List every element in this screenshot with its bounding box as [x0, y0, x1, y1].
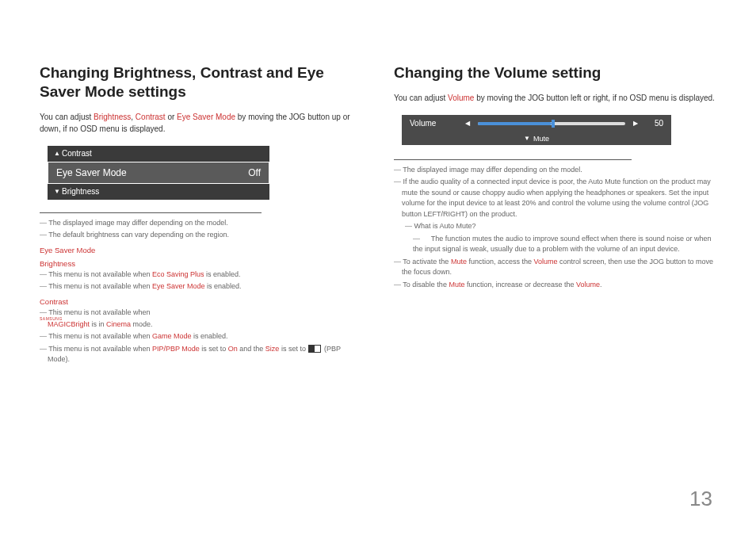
- chevron-down-icon: ▼: [54, 188, 62, 195]
- mute-label: Mute: [533, 135, 549, 143]
- text: .: [600, 281, 602, 289]
- text: by moving the JOG button left or right, …: [474, 94, 714, 102]
- keyword-brightness: Brightness: [94, 113, 131, 121]
- keyword-volume-3: Volume: [576, 281, 600, 289]
- volume-osd: Volume ◀ ▶ 50 ▼ Mute: [402, 115, 671, 145]
- keyword-size: Size: [265, 345, 280, 353]
- text: is enabled.: [204, 282, 241, 290]
- text: and the: [238, 345, 265, 353]
- text: The function mutes the audio to improve …: [413, 235, 711, 254]
- text: This menu is not available when: [48, 308, 150, 316]
- text: function, access the: [467, 258, 534, 266]
- text: is enabled.: [191, 332, 227, 340]
- text: function, increase or decrease the: [464, 281, 576, 289]
- osd-main-value: Off: [248, 167, 261, 178]
- text: SAMSUNG: [48, 318, 362, 320]
- keyword-volume-2: Volume: [533, 258, 557, 266]
- text: or: [166, 113, 177, 121]
- mute-row: ▼ Mute: [402, 132, 671, 145]
- keyword-eco-saving: Eco Saving Plus: [152, 270, 204, 278]
- text: You can adjust: [394, 94, 448, 102]
- note-eye-saver-enabled: This menu is not available when Eye Save…: [40, 281, 362, 292]
- note-model-differ-r: The displayed image may differ depending…: [394, 165, 716, 176]
- text: This menu is not available when: [48, 332, 152, 340]
- text: is enabled.: [204, 270, 240, 278]
- keyword-eye-saver-2: Eye Saver Mode: [152, 282, 205, 290]
- osd-row-contrast: ▲ Contrast: [48, 146, 269, 162]
- text: is set to: [279, 345, 307, 353]
- note-auto-mute-quality: If the audio quality of a connected inpu…: [394, 177, 716, 220]
- note-eco-saving: This menu is not available when Eco Savi…: [40, 269, 362, 281]
- osd-row-brightness: ▼ Brightness: [48, 184, 269, 200]
- keyword-contrast: Contrast: [136, 113, 166, 121]
- note-default-brightness: The default brightness can vary dependin…: [40, 230, 362, 241]
- note-game-mode: This menu is not available when Game Mod…: [40, 331, 362, 342]
- note-what-is-auto-mute: What is Auto Mute?: [394, 221, 716, 232]
- note-activate-mute: To activate the Mute function, access th…: [394, 257, 716, 278]
- left-column: Changing Brightness, Contrast and Eye Sa…: [40, 63, 362, 367]
- note-disable-mute: To disable the Mute function, increase o…: [394, 280, 716, 291]
- note-auto-mute-desc: ― The function mutes the audio to improv…: [394, 234, 716, 255]
- subhead-contrast: Contrast: [40, 297, 362, 306]
- text: You can adjust: [40, 113, 94, 121]
- subhead-eye-saver: Eye Saver Mode: [40, 246, 362, 254]
- note-magic-bright: This menu is not available when SAMSUNGM…: [40, 308, 362, 331]
- page-number: 13: [689, 487, 712, 511]
- volume-slider: [478, 122, 625, 125]
- osd-menu: ▲ Contrast Eye Saver Mode Off ▼ Brightne…: [48, 146, 269, 200]
- subhead-brightness: Brightness: [40, 259, 362, 268]
- divider: [394, 159, 632, 160]
- left-heading: Changing Brightness, Contrast and Eye Sa…: [40, 63, 362, 101]
- keyword-eye-saver: Eye Saver Mode: [177, 113, 235, 121]
- arrow-right-icon: ▶: [633, 120, 638, 127]
- volume-value: 50: [646, 119, 663, 128]
- text: To activate the: [403, 258, 451, 266]
- text: To disable the: [403, 281, 449, 289]
- text: This menu is not available when: [48, 270, 152, 278]
- text: MAGICBright: [48, 320, 90, 328]
- keyword-mute-2: Mute: [449, 281, 464, 289]
- keyword-game-mode: Game Mode: [152, 332, 192, 340]
- right-intro: You can adjust Volume by moving the JOG …: [394, 92, 716, 104]
- volume-slider-fill: [478, 122, 552, 125]
- osd-contrast-label: Contrast: [62, 149, 263, 158]
- text: This menu is not available when: [48, 345, 152, 353]
- text: is in: [90, 320, 106, 328]
- arrow-left-icon: ◀: [465, 120, 470, 127]
- right-column: Changing the Volume setting You can adju…: [394, 63, 716, 367]
- keyword-pip-pbp: PIP/PBP Mode: [152, 345, 200, 353]
- osd-row-eye-saver: Eye Saver Mode Off: [48, 162, 269, 184]
- keyword-volume: Volume: [448, 94, 474, 102]
- keyword-mute: Mute: [451, 258, 467, 266]
- text: This menu is not available when: [48, 282, 152, 290]
- pbp-icon: [308, 345, 321, 353]
- volume-row: Volume ◀ ▶ 50: [402, 115, 671, 132]
- osd-main-label: Eye Saver Mode: [56, 167, 127, 178]
- note-model-differ: The displayed image may differ depending…: [40, 218, 362, 229]
- right-heading: Changing the Volume setting: [394, 63, 716, 82]
- left-intro: You can adjust Brightness, Contrast or E…: [40, 111, 362, 135]
- keyword-on: On: [228, 345, 238, 353]
- chevron-up-icon: ▲: [54, 150, 62, 157]
- volume-slider-thumb: [552, 120, 555, 128]
- keyword-cinema: Cinema: [106, 320, 131, 328]
- text: mode.: [131, 320, 153, 328]
- osd-brightness-label: Brightness: [62, 187, 263, 196]
- text: is set to: [200, 345, 228, 353]
- divider: [40, 212, 262, 213]
- volume-label: Volume: [410, 119, 457, 128]
- chevron-down-icon: ▼: [524, 135, 530, 142]
- note-pip-pbp: This menu is not available when PIP/PBP …: [40, 344, 362, 365]
